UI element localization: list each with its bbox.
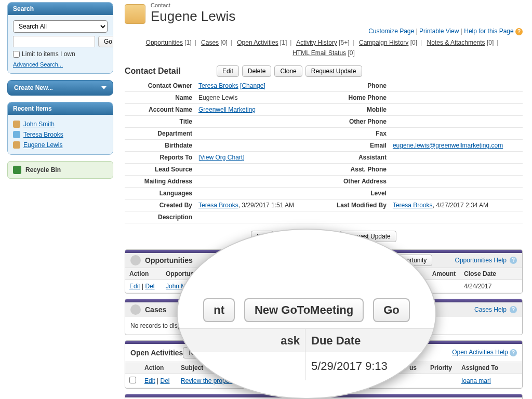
recent-item-link[interactable]: Eugene Lewis — [23, 141, 62, 149]
page-title: Eugene Lewis — [151, 8, 235, 24]
search-input[interactable] — [13, 36, 95, 47]
recent-items-header: Recent Items — [8, 102, 113, 115]
recent-item: John Smith — [13, 119, 108, 129]
owner-link[interactable]: Teresa Brooks — [198, 82, 238, 89]
contact-detail-table: Contact OwnerTeresa Brooks [Change]Phone… — [125, 80, 523, 223]
row-checkbox[interactable] — [129, 377, 136, 383]
clone-button[interactable]: Clone — [274, 65, 302, 77]
recycle-icon — [13, 166, 21, 174]
mag-col-due: Due Date — [305, 329, 435, 352]
created-by-link[interactable]: Teresa Brooks — [198, 202, 238, 209]
contact-record-icon — [125, 4, 145, 24]
mag-btn-right[interactable]: Go — [373, 298, 410, 322]
new-gotomeeting-button[interactable]: New GoToMeeting — [244, 298, 364, 322]
chevron-down-icon — [101, 86, 107, 89]
openact-title: Open Activities — [130, 349, 183, 357]
recycle-bin-link[interactable]: Recycle Bin — [7, 161, 113, 179]
rel-html-email[interactable]: HTML Email Status — [292, 49, 346, 57]
del-link[interactable]: Del — [145, 283, 154, 290]
user-icon — [13, 131, 20, 138]
edit-button[interactable]: Edit — [217, 65, 239, 77]
recent-item: Teresa Brooks — [13, 129, 108, 140]
recent-items-panel: Recent Items John Smith Teresa Brooks Eu… — [7, 102, 113, 155]
cases-title: Cases — [145, 305, 166, 314]
help-icon[interactable]: ? — [510, 306, 517, 313]
assigned-link[interactable]: Ioana mari — [461, 377, 491, 384]
openact-help-link[interactable]: Open Activities Help — [452, 349, 508, 356]
contact-icon — [13, 121, 20, 128]
recent-item-link[interactable]: John Smith — [23, 121, 55, 128]
mag-btn-left[interactable]: nt — [203, 298, 235, 322]
mag-col-task: ask — [178, 329, 305, 352]
printable-view-link[interactable]: Printable View — [419, 28, 459, 35]
limit-checkbox[interactable] — [13, 51, 20, 58]
page-action-links: Customize Page | Printable View | Help f… — [125, 28, 523, 35]
opportunities-icon — [130, 255, 141, 265]
rel-cases[interactable]: Cases — [201, 39, 219, 46]
record-type-label: Contact — [151, 2, 235, 8]
search-scope-select[interactable]: Search All — [13, 20, 108, 33]
rel-open-activities[interactable]: Open Activities — [237, 39, 278, 46]
edit-link[interactable]: Edit — [144, 377, 155, 384]
related-links-nav: Opportunities [1]| Cases [0]| Open Activ… — [125, 37, 523, 58]
contact-detail-header: Contact Detail — [125, 66, 181, 76]
opp-title: Opportunities — [145, 256, 193, 264]
change-owner-link[interactable]: [Change] — [240, 82, 265, 89]
create-new-button[interactable]: Create New... — [7, 80, 113, 96]
recent-item: Eugene Lewis — [13, 140, 108, 150]
limit-label: Limit to items I own — [22, 50, 75, 58]
request-update-button[interactable]: Request Update — [305, 65, 362, 77]
recent-item-link[interactable]: Teresa Brooks — [23, 131, 63, 138]
view-org-chart-link[interactable]: [View Org Chart] — [198, 154, 244, 161]
opp-help-link[interactable]: Opportunities Help — [455, 257, 507, 264]
customize-page-link[interactable]: Customize Page — [368, 28, 414, 35]
search-go-button[interactable]: Go! — [98, 36, 113, 47]
rel-opportunities[interactable]: Opportunities — [146, 39, 183, 46]
search-panel: Search Search All Go! Limit to items I o… — [7, 2, 113, 74]
help-icon[interactable]: ? — [515, 28, 523, 35]
rel-campaign-history[interactable]: Campaign History — [359, 39, 408, 46]
delete-button[interactable]: Delete — [242, 65, 272, 77]
help-icon[interactable]: ? — [510, 257, 517, 264]
rel-activity-history[interactable]: Activity History — [296, 39, 337, 46]
help-page-link[interactable]: Help for this Page — [464, 28, 513, 35]
advanced-search-link[interactable]: Advanced Search... — [13, 61, 63, 68]
email-link[interactable]: eugene.lewis@greenwellmarketing.com — [393, 142, 503, 149]
account-link[interactable]: Greenwell Marketing — [198, 106, 256, 113]
contact-icon — [13, 141, 20, 149]
del-link[interactable]: Del — [160, 377, 169, 384]
cases-icon — [130, 304, 141, 315]
rel-notes[interactable]: Notes & Attachments — [427, 39, 485, 46]
magnifier-overlay: nt New GoToMeeting Go ask Due Date 5/29/… — [177, 229, 436, 399]
edit-link[interactable]: Edit — [129, 283, 140, 290]
search-header: Search — [8, 3, 113, 15]
cases-help-link[interactable]: Cases Help — [474, 306, 507, 313]
modified-by-link[interactable]: Teresa Brooks — [393, 202, 433, 209]
help-icon[interactable]: ? — [510, 349, 517, 356]
